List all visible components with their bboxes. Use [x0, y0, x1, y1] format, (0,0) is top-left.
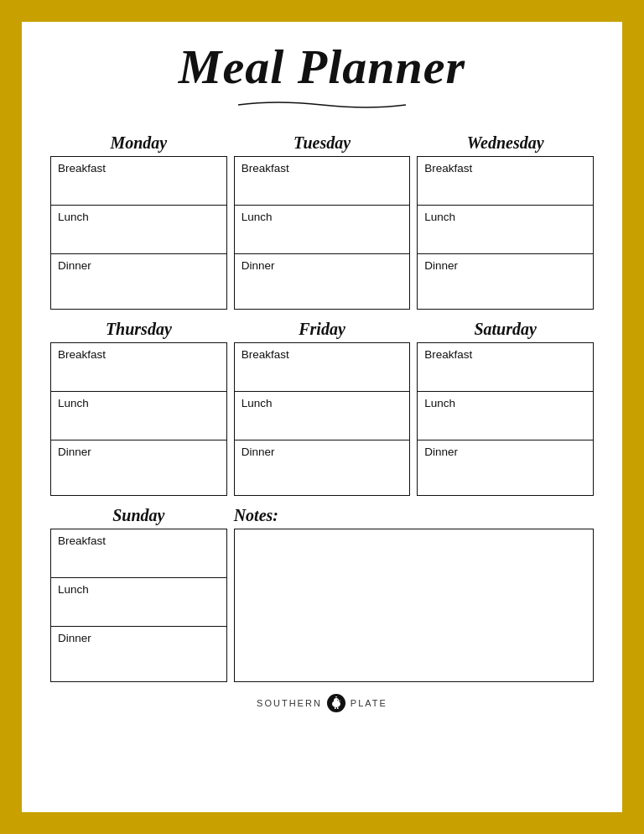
friday-dinner-label: Dinner: [242, 446, 403, 458]
footer: SOUTHERN PLATE: [47, 694, 597, 712]
week-row-3: Sunday Breakfast Lunch Dinner Notes:: [47, 498, 597, 682]
monday-lunch[interactable]: Lunch: [51, 206, 226, 254]
sunday-label: Sunday: [47, 498, 231, 525]
svg-marker-3: [335, 696, 337, 698]
sunday-dinner-label: Dinner: [58, 632, 220, 644]
tuesday-breakfast-label: Breakfast: [242, 162, 403, 175]
monday-block: Monday Breakfast Lunch Dinner: [47, 125, 231, 310]
footer-text: SOUTHERN: [257, 698, 322, 708]
monday-lunch-label: Lunch: [58, 211, 220, 223]
saturday-dinner[interactable]: Dinner: [418, 440, 593, 495]
svg-marker-2: [339, 700, 340, 701]
thursday-lunch[interactable]: Lunch: [51, 392, 226, 440]
sunday-block: Sunday Breakfast Lunch Dinner: [47, 498, 231, 682]
svg-rect-4: [335, 707, 336, 709]
tuesday-dinner[interactable]: Dinner: [235, 254, 410, 309]
saturday-dinner-label: Dinner: [424, 446, 586, 458]
wednesday-dinner[interactable]: Dinner: [418, 254, 593, 309]
wednesday-lunch-label: Lunch: [424, 211, 586, 223]
friday-lunch-label: Lunch: [242, 397, 403, 409]
sunday-breakfast[interactable]: Breakfast: [51, 529, 226, 578]
tuesday-cells: Breakfast Lunch Dinner: [234, 156, 411, 310]
chicken-icon: [327, 694, 345, 712]
svg-point-1: [334, 698, 339, 703]
week-row-2: Thursday Breakfast Lunch Dinner Friday B…: [47, 311, 597, 496]
monday-dinner-label: Dinner: [58, 259, 220, 272]
monday-label: Monday: [47, 125, 231, 153]
monday-dinner[interactable]: Dinner: [51, 254, 226, 309]
sunday-breakfast-label: Breakfast: [58, 534, 220, 547]
sunday-lunch-label: Lunch: [58, 583, 220, 596]
notes-heading: Notes:: [231, 498, 597, 525]
svg-rect-5: [337, 707, 339, 709]
thursday-cells: Breakfast Lunch Dinner: [50, 342, 227, 496]
title-underline: [47, 98, 597, 112]
saturday-block: Saturday Breakfast Lunch Dinner: [413, 311, 597, 496]
saturday-breakfast-label: Breakfast: [424, 348, 586, 361]
thursday-breakfast-label: Breakfast: [58, 348, 220, 361]
page-title: Meal Planner: [47, 39, 597, 95]
sunday-dinner[interactable]: Dinner: [51, 627, 226, 681]
monday-breakfast[interactable]: Breakfast: [51, 157, 226, 206]
friday-cells: Breakfast Lunch Dinner: [234, 342, 411, 496]
svg-point-6: [337, 700, 338, 701]
wednesday-breakfast[interactable]: Breakfast: [418, 157, 593, 206]
tuesday-block: Tuesday Breakfast Lunch Dinner: [231, 125, 414, 310]
friday-lunch[interactable]: Lunch: [235, 392, 410, 440]
week-row-1: Monday Breakfast Lunch Dinner Tuesday Br…: [47, 125, 597, 310]
saturday-label: Saturday: [413, 311, 597, 339]
saturday-lunch[interactable]: Lunch: [418, 392, 593, 440]
thursday-label: Thursday: [47, 311, 231, 339]
saturday-lunch-label: Lunch: [424, 397, 586, 409]
monday-cells: Breakfast Lunch Dinner: [50, 156, 227, 310]
wednesday-breakfast-label: Breakfast: [424, 162, 586, 175]
saturday-cells: Breakfast Lunch Dinner: [417, 342, 594, 496]
notes-block: Notes:: [231, 498, 597, 682]
wednesday-label: Wednesday: [413, 125, 597, 153]
thursday-dinner-label: Dinner: [58, 446, 220, 458]
tuesday-breakfast[interactable]: Breakfast: [235, 157, 410, 206]
tuesday-lunch[interactable]: Lunch: [235, 206, 410, 254]
sunday-lunch[interactable]: Lunch: [51, 578, 226, 627]
tuesday-dinner-label: Dinner: [242, 259, 403, 272]
friday-breakfast[interactable]: Breakfast: [235, 343, 410, 392]
tuesday-lunch-label: Lunch: [242, 211, 403, 223]
friday-dinner[interactable]: Dinner: [235, 440, 410, 495]
footer-brand: PLATE: [351, 698, 387, 708]
friday-breakfast-label: Breakfast: [242, 348, 403, 361]
monday-breakfast-label: Breakfast: [58, 162, 220, 175]
sunday-cells: Breakfast Lunch Dinner: [50, 529, 227, 682]
wednesday-cells: Breakfast Lunch Dinner: [417, 156, 594, 310]
notes-area[interactable]: [234, 529, 594, 682]
thursday-lunch-label: Lunch: [58, 397, 220, 409]
wednesday-lunch[interactable]: Lunch: [418, 206, 593, 254]
friday-label: Friday: [231, 311, 414, 339]
thursday-breakfast[interactable]: Breakfast: [51, 343, 226, 392]
wednesday-block: Wednesday Breakfast Lunch Dinner: [413, 125, 597, 310]
meal-planner-page: Meal Planner Monday Breakfast Lunch Dinn…: [17, 17, 627, 817]
thursday-block: Thursday Breakfast Lunch Dinner: [47, 311, 231, 496]
friday-block: Friday Breakfast Lunch Dinner: [231, 311, 414, 496]
thursday-dinner[interactable]: Dinner: [51, 440, 226, 495]
saturday-breakfast[interactable]: Breakfast: [418, 343, 593, 392]
tuesday-label: Tuesday: [231, 125, 414, 153]
wednesday-dinner-label: Dinner: [424, 259, 586, 272]
